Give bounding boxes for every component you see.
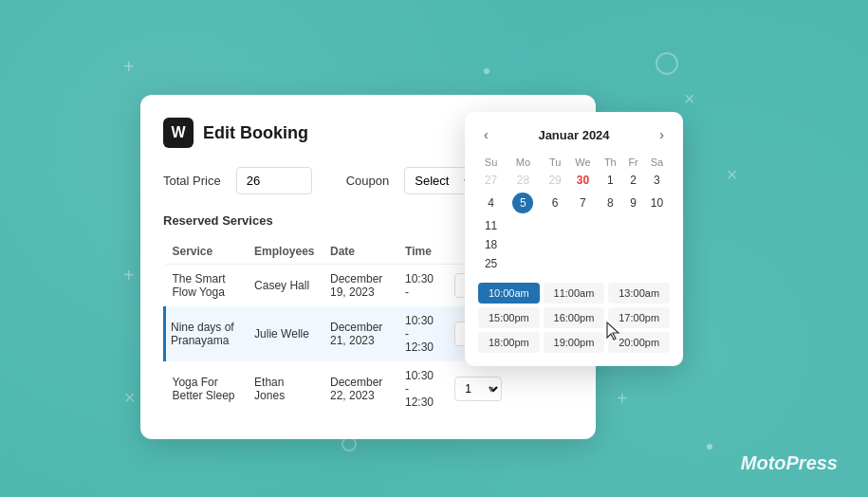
time-slot-3[interactable]: 13:00am	[608, 283, 670, 304]
calendar-grid: Su Mo Tu We Th Fr Sa 27 28 29 30 1 2 3 4…	[478, 154, 670, 273]
cal-day[interactable]: 25	[478, 254, 504, 273]
calendar-month: Januar 2024	[538, 128, 609, 142]
calendar-header: ‹ Januar 2024 ›	[478, 125, 670, 144]
deco-x-2: ✕	[726, 166, 738, 184]
day-header-sa: Sa	[644, 154, 670, 171]
cal-day[interactable]: 1	[598, 171, 622, 190]
cal-day[interactable]: 4	[478, 190, 504, 216]
wp-logo: W	[163, 118, 194, 148]
day-header-we: We	[568, 154, 599, 171]
deco-x-1: ✕	[683, 90, 695, 108]
total-price-label: Total Price	[163, 174, 221, 188]
time-slot-8[interactable]: 19:00pm	[544, 332, 605, 353]
employee-name: Ethan Jones	[247, 361, 323, 416]
day-header-th: Th	[598, 154, 622, 171]
service-date: December 21, 2023	[323, 306, 397, 361]
deco-dot-1	[484, 68, 489, 74]
deco-circle-1	[656, 52, 678, 75]
col-employees: Employees	[247, 239, 323, 265]
service-time: 10:30 -	[397, 265, 447, 307]
time-slot-7[interactable]: 18:00pm	[478, 332, 540, 353]
time-slot-1[interactable]: 10:00am	[478, 283, 540, 304]
time-slot-4[interactable]: 15:00pm	[478, 307, 540, 328]
cal-day[interactable]: 11	[478, 216, 504, 235]
cal-day[interactable]: 8	[598, 190, 622, 216]
motopress-logo: MotoPress	[741, 452, 838, 474]
coupon-label: Coupon	[346, 174, 390, 188]
time-slot-5[interactable]: 16:00pm	[544, 307, 605, 328]
cal-day[interactable]: 27	[478, 171, 504, 190]
cursor-icon	[605, 321, 624, 343]
service-date: December 22, 2023	[323, 361, 397, 416]
cal-day-empty	[504, 235, 670, 254]
employee-name: Julie Welle	[247, 306, 323, 361]
cal-day[interactable]: 28	[504, 171, 542, 190]
day-header-tu: Tu	[543, 154, 568, 171]
calendar-week: 18	[478, 235, 670, 254]
calendar-week: 25	[478, 254, 670, 273]
day-header-su: Su	[478, 154, 504, 171]
cal-day[interactable]: 6	[543, 190, 568, 216]
service-time: 10:30 - 12:30	[397, 306, 447, 361]
total-price-input[interactable]	[236, 167, 312, 194]
service-name: Yoga For Better Sleep	[165, 361, 248, 416]
calendar-popup: ‹ Januar 2024 › Su Mo Tu We Th Fr Sa 27 …	[465, 112, 683, 366]
col-time: Time	[397, 239, 447, 265]
deco-dot-3	[707, 444, 712, 450]
page-title: Edit Booking	[203, 123, 308, 143]
day-header-mo: Mo	[504, 154, 542, 171]
cal-prev-button[interactable]: ‹	[478, 125, 494, 144]
cal-day[interactable]: 29	[543, 171, 568, 190]
service-name: Nine days of Pranayama	[165, 306, 248, 361]
cal-day[interactable]: 30	[568, 171, 599, 190]
cal-next-button[interactable]: ›	[654, 125, 670, 144]
deco-plus-3: +	[617, 389, 628, 408]
cal-day-empty	[504, 216, 670, 235]
time-slots-grid: 10:00am 11:00am 13:00am 15:00pm 16:00pm …	[478, 283, 670, 353]
cal-day[interactable]: 3	[644, 171, 670, 190]
calendar-week: 4 5 6 7 8 9 10	[478, 190, 670, 216]
deco-x-3: ✕	[123, 389, 136, 407]
col-service: Service	[165, 239, 248, 265]
cal-day-today[interactable]: 5	[504, 190, 542, 216]
cal-day[interactable]: 10	[644, 190, 670, 216]
day-header-fr: Fr	[622, 154, 643, 171]
cal-day[interactable]: 7	[568, 190, 599, 216]
qty-select-wrapper-3: 1	[454, 377, 502, 401]
service-time: 10:30 - 12:30	[397, 361, 447, 416]
cal-day[interactable]: 2	[622, 171, 643, 190]
qty-select-3[interactable]: 1	[454, 377, 502, 401]
col-date: Date	[323, 239, 397, 265]
service-name: The Smart Flow Yoga	[165, 265, 248, 307]
cal-day[interactable]: 9	[622, 190, 643, 216]
calendar-week: 11	[478, 216, 670, 235]
deco-plus-1: +	[123, 57, 135, 76]
employee-name: Casey Hall	[247, 265, 323, 307]
table-row: Yoga For Better Sleep Ethan Jones Decemb…	[165, 361, 574, 416]
calendar-week: 27 28 29 30 1 2 3	[478, 171, 670, 190]
cal-day-empty	[504, 254, 670, 273]
time-slot-2[interactable]: 11:00am	[544, 283, 605, 304]
service-date: December 19, 2023	[323, 265, 397, 307]
deco-plus-2: +	[123, 266, 135, 285]
cal-day[interactable]: 18	[478, 235, 504, 254]
action-cell-3	[509, 361, 573, 416]
